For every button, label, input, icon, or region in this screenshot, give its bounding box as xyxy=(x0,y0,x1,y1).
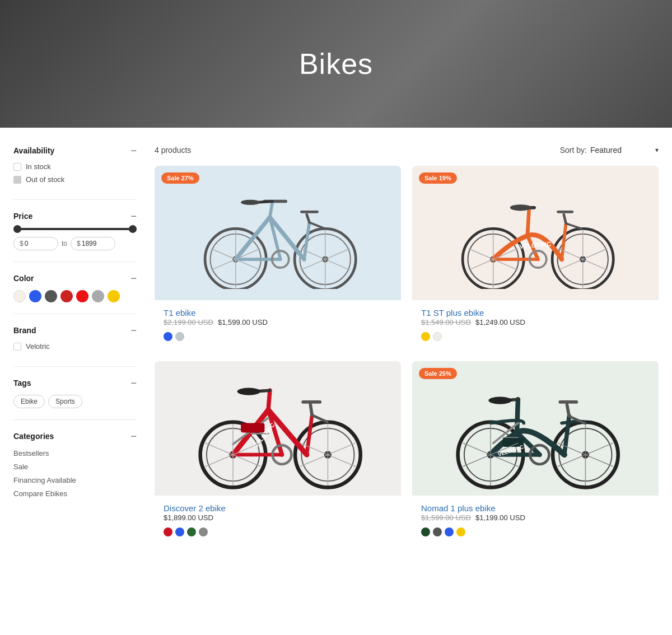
swatch-cream[interactable] xyxy=(13,290,26,302)
filter-categories-header: Categories − xyxy=(13,431,137,441)
tag-sports[interactable]: Sports xyxy=(48,395,82,408)
swatch-n1-yellow[interactable] xyxy=(456,527,465,536)
price-original-nomad1: $1,599.00 USD xyxy=(421,513,471,522)
svg-line-13 xyxy=(309,222,325,228)
svg-line-102 xyxy=(517,399,518,432)
tag-list: Ebike Sports xyxy=(13,395,137,408)
filter-tags-toggle[interactable]: − xyxy=(130,378,137,388)
svg-line-14 xyxy=(307,214,310,222)
product-name-nomad1[interactable]: Nomad 1 plus ebike xyxy=(421,503,496,513)
availability-out-of-stock[interactable]: Out of stock xyxy=(13,175,137,184)
filter-availability-toggle[interactable]: − xyxy=(130,146,137,156)
filter-price-header: Price − xyxy=(13,211,137,221)
out-of-stock-checkbox[interactable] xyxy=(13,176,21,184)
swatch-d2-blue[interactable] xyxy=(175,527,184,536)
svg-point-106 xyxy=(488,397,511,404)
svg-line-44 xyxy=(564,214,566,223)
category-compare[interactable]: Compare Ebikes xyxy=(13,489,67,498)
filter-categories-toggle[interactable]: − xyxy=(130,431,137,441)
swatch-brightred[interactable] xyxy=(76,290,88,302)
product-info-t1: T1 ebike $2,199.00 USD $1,599.00 USD xyxy=(155,300,401,350)
price-slider-track[interactable] xyxy=(13,228,137,230)
svg-point-17 xyxy=(241,200,260,205)
product-card-t1-st[interactable]: Sale 19% xyxy=(412,166,659,350)
price-original-t1: $2,199.00 USD xyxy=(164,318,213,326)
sort-chevron-icon: ▾ xyxy=(655,146,659,154)
product-name-t1[interactable]: T1 ebike xyxy=(164,308,196,318)
filter-brand: Brand − Velotric xyxy=(13,325,137,367)
svg-line-76 xyxy=(312,415,327,422)
swatch-d2-red[interactable] xyxy=(164,527,172,536)
availability-in-stock[interactable]: In stock xyxy=(13,162,137,171)
product-image-wrap-t1st: Sale 19% xyxy=(412,166,659,300)
price-regular-discover2: $1,899.00 USD xyxy=(164,513,213,522)
velotric-label: Velotric xyxy=(26,342,50,351)
filter-color: Color − xyxy=(13,273,137,314)
product-grid: Sale 27% xyxy=(155,166,659,545)
product-name-discover2[interactable]: Discover 2 ebike xyxy=(164,503,226,513)
price-slider-max-thumb[interactable] xyxy=(129,225,137,233)
product-card-nomad1[interactable]: Sale 25% xyxy=(412,361,659,545)
sort-select-wrap[interactable]: Featured Price: Low to High Price: High … xyxy=(590,146,659,155)
price-slider-min-thumb[interactable] xyxy=(13,225,21,233)
swatch-darkgray[interactable] xyxy=(45,290,57,302)
price-inputs: $ to $ xyxy=(13,237,137,250)
filter-brand-toggle[interactable]: − xyxy=(130,325,137,335)
out-of-stock-label: Out of stock xyxy=(26,175,64,184)
product-swatches-nomad1 xyxy=(421,527,650,536)
swatch-gray[interactable] xyxy=(92,290,104,302)
swatch-red[interactable] xyxy=(60,290,73,302)
swatch-t1st-cream[interactable] xyxy=(433,332,442,341)
color-swatches xyxy=(13,290,137,302)
products-area: 4 products Sort by: Featured Price: Low … xyxy=(155,146,659,545)
tag-ebike[interactable]: Ebike xyxy=(13,395,45,408)
swatch-t1st-yellow[interactable] xyxy=(421,332,430,341)
bike-image-t1 xyxy=(188,177,367,289)
filter-color-toggle[interactable]: − xyxy=(130,273,137,283)
svg-point-41 xyxy=(510,204,531,211)
filter-brand-title: Brand xyxy=(13,326,36,335)
swatch-n1-gray[interactable] xyxy=(433,527,442,536)
svg-line-90 xyxy=(300,455,328,466)
svg-line-42 xyxy=(562,223,566,259)
filter-availability-header: Availability − xyxy=(13,146,137,156)
swatch-t1-silver[interactable] xyxy=(175,332,184,341)
price-min-input[interactable] xyxy=(25,240,50,248)
product-name-t1st[interactable]: T1 ST plus ebike xyxy=(421,308,484,318)
filter-tags: Tags − Ebike Sports xyxy=(13,378,137,420)
product-prices-discover2: $1,899.00 USD xyxy=(164,513,392,522)
svg-line-77 xyxy=(310,405,312,415)
price-slider-fill xyxy=(13,228,137,230)
product-card-discover2[interactable]: VELOTRIC xyxy=(155,361,401,545)
category-financing[interactable]: Financing Available xyxy=(13,476,76,484)
svg-line-70 xyxy=(268,390,270,410)
hero-title: Bikes xyxy=(299,47,373,81)
velotric-checkbox[interactable] xyxy=(13,343,21,351)
swatch-d2-gray[interactable] xyxy=(199,527,208,536)
product-prices-t1st: $1,549.00 USD $1,249.00 USD xyxy=(421,318,650,326)
price-sale-nomad1: $1,199.00 USD xyxy=(475,513,525,522)
product-info-t1st: T1 ST plus ebike $1,549.00 USD $1,249.00… xyxy=(412,300,659,350)
swatch-d2-green[interactable] xyxy=(187,527,196,536)
swatch-blue[interactable] xyxy=(29,290,41,302)
product-swatches-discover2 xyxy=(164,527,392,536)
sort-select[interactable]: Featured Price: Low to High Price: High … xyxy=(590,146,654,155)
price-max-input[interactable] xyxy=(82,240,107,248)
swatch-n1-green[interactable] xyxy=(421,527,430,536)
product-card-t1-ebike[interactable]: Sale 27% xyxy=(155,166,401,350)
swatch-t1-blue[interactable] xyxy=(164,332,172,341)
category-bestsellers[interactable]: Bestsellers xyxy=(13,449,49,457)
swatch-yellow[interactable] xyxy=(108,290,120,302)
svg-line-39 xyxy=(528,209,529,236)
filter-price: Price − $ to $ xyxy=(13,211,137,262)
brand-velotric[interactable]: Velotric xyxy=(13,342,137,351)
filter-price-toggle[interactable]: − xyxy=(130,211,137,221)
category-sale[interactable]: Sale xyxy=(13,463,28,471)
price-original-t1st: $1,549.00 USD xyxy=(421,318,471,326)
svg-line-75 xyxy=(307,415,312,455)
in-stock-checkbox[interactable] xyxy=(13,163,21,171)
swatch-n1-blue[interactable] xyxy=(445,527,454,536)
svg-line-84 xyxy=(206,455,233,466)
price-to-label: to xyxy=(62,240,67,248)
svg-line-109 xyxy=(567,405,569,417)
